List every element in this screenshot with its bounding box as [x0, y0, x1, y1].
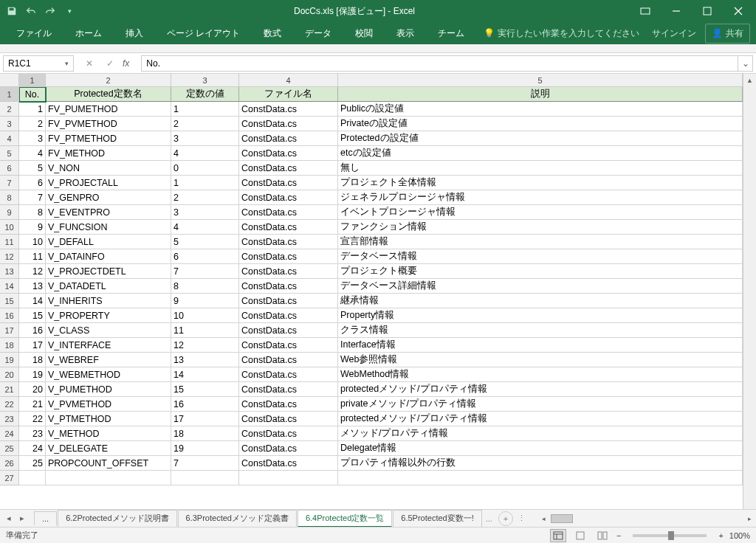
cell[interactable]: 5: [19, 161, 46, 176]
cell[interactable]: Interface情報: [338, 338, 743, 353]
cell[interactable]: Privateの設定値: [338, 117, 743, 131]
cell[interactable]: ConstData.cs: [239, 382, 338, 397]
cell[interactable]: V_PUMETHOD: [46, 382, 171, 397]
cell[interactable]: ConstData.cs: [239, 308, 338, 323]
cell[interactable]: 継承情報: [338, 294, 743, 308]
row-header[interactable]: 8: [0, 190, 19, 205]
row-header[interactable]: 7: [0, 176, 19, 190]
cell[interactable]: ConstData.cs: [239, 220, 338, 235]
cell[interactable]: ConstData.cs: [239, 294, 338, 308]
row-header[interactable]: 2: [0, 102, 19, 117]
hscroll-right-icon[interactable]: ▸: [748, 515, 752, 522]
hscroll-thumb[interactable]: [551, 514, 573, 523]
cell[interactable]: 7: [171, 456, 239, 471]
cell[interactable]: ジェネラルプロシージャ情報: [338, 190, 743, 205]
cell[interactable]: 2: [171, 190, 239, 205]
cell[interactable]: V_WEBMETHOD: [46, 367, 171, 382]
cell[interactable]: ConstData.cs: [239, 161, 338, 176]
cell[interactable]: Protectedの設定値: [338, 131, 743, 146]
cell[interactable]: PROPCOUNT_OFFSET: [46, 456, 171, 471]
tell-me-search[interactable]: 💡 実行したい作業を入力してください: [484, 27, 639, 40]
cell[interactable]: ConstData.cs: [239, 249, 338, 264]
cell[interactable]: ConstData.cs: [239, 117, 338, 131]
cell[interactable]: 12: [19, 264, 46, 279]
vertical-scrollbar[interactable]: [743, 87, 756, 509]
ribbon-tab-insert[interactable]: 挿入: [115, 24, 154, 43]
cell[interactable]: プロジェクト概要: [338, 264, 743, 279]
cell[interactable]: 25: [19, 456, 46, 471]
cell[interactable]: 4: [171, 146, 239, 161]
zoom-in-button[interactable]: +: [718, 531, 723, 540]
cell[interactable]: V_PROJECTALL: [46, 176, 171, 190]
cell[interactable]: FV_METHOD: [46, 146, 171, 161]
row-header[interactable]: 24: [0, 426, 19, 441]
cell[interactable]: 13: [19, 279, 46, 294]
cell[interactable]: Property情報: [338, 308, 743, 323]
cell[interactable]: FV_PVMETHOD: [46, 117, 171, 131]
cell[interactable]: WebMethod情報: [338, 367, 743, 382]
cell[interactable]: データベース情報: [338, 249, 743, 264]
sheet-tab[interactable]: 6.2Protectedメソッド説明書: [58, 510, 176, 528]
table-header-cell[interactable]: Protected定数名: [46, 87, 171, 102]
cell[interactable]: ConstData.cs: [239, 205, 338, 220]
ribbon-tab-home[interactable]: ホーム: [65, 24, 112, 43]
cell[interactable]: etcの設定値: [338, 146, 743, 161]
cell[interactable]: 15: [19, 308, 46, 323]
cell[interactable]: 19: [171, 441, 239, 456]
zoom-level[interactable]: 100%: [729, 531, 750, 540]
cell[interactable]: 15: [171, 382, 239, 397]
cell[interactable]: V_FUNCSION: [46, 220, 171, 235]
row-header[interactable]: 4: [0, 131, 19, 146]
cell[interactable]: Delegate情報: [338, 441, 743, 456]
cell[interactable]: privateメソッド/プロパティ情報: [338, 397, 743, 412]
cell[interactable]: 6: [19, 176, 46, 190]
cell[interactable]: 17: [171, 412, 239, 426]
sheet-tab[interactable]: 6.3Protectedメソッド定義書: [178, 510, 297, 528]
cell[interactable]: 17: [19, 338, 46, 353]
cell[interactable]: ConstData.cs: [239, 279, 338, 294]
cell[interactable]: 14: [171, 367, 239, 382]
cell[interactable]: 4: [19, 146, 46, 161]
cell[interactable]: ConstData.cs: [239, 131, 338, 146]
vertical-scrollbar-up[interactable]: ▲: [743, 74, 756, 87]
cell[interactable]: メソッド/プロパティ情報: [338, 426, 743, 441]
row-header[interactable]: 6: [0, 161, 19, 176]
cell[interactable]: 6: [171, 249, 239, 264]
cell[interactable]: ConstData.cs: [239, 412, 338, 426]
row-header[interactable]: 11: [0, 235, 19, 249]
cell[interactable]: V_DEFALL: [46, 235, 171, 249]
cell[interactable]: ConstData.cs: [239, 397, 338, 412]
ribbon-tab-view[interactable]: 表示: [386, 24, 425, 43]
sheet-nav-prev[interactable]: ◂: [3, 513, 15, 523]
row-header[interactable]: 15: [0, 294, 19, 308]
cell[interactable]: [46, 471, 171, 485]
cell[interactable]: 8: [171, 279, 239, 294]
row-header[interactable]: 9: [0, 205, 19, 220]
cell[interactable]: ConstData.cs: [239, 264, 338, 279]
cell[interactable]: 7: [171, 264, 239, 279]
cell[interactable]: ConstData.cs: [239, 190, 338, 205]
cell[interactable]: V_CLASS: [46, 323, 171, 338]
cell[interactable]: protectedメソッド/プロパティ情報: [338, 412, 743, 426]
row-header[interactable]: 17: [0, 323, 19, 338]
cell[interactable]: Web参照情報: [338, 353, 743, 367]
cell[interactable]: 3: [171, 131, 239, 146]
enter-formula-button[interactable]: ✓: [100, 55, 120, 72]
table-header-cell[interactable]: ファイル名: [239, 87, 338, 102]
cell[interactable]: [171, 471, 239, 485]
sheet-tab[interactable]: 6.5Protected変数一!: [393, 510, 481, 528]
cell[interactable]: [19, 471, 46, 485]
cell[interactable]: ConstData.cs: [239, 426, 338, 441]
zoom-thumb[interactable]: [668, 531, 674, 540]
cell[interactable]: 13: [171, 353, 239, 367]
cell[interactable]: プロジェクト全体情報: [338, 176, 743, 190]
cell[interactable]: [239, 471, 338, 485]
cell[interactable]: ConstData.cs: [239, 456, 338, 471]
cell[interactable]: 14: [19, 294, 46, 308]
cell[interactable]: 5: [171, 235, 239, 249]
cell[interactable]: 20: [19, 382, 46, 397]
cell[interactable]: 9: [19, 220, 46, 235]
cell[interactable]: 宣言部情報: [338, 235, 743, 249]
page-break-view-button[interactable]: [594, 529, 611, 542]
table-header-cell[interactable]: 定数の値: [171, 87, 239, 102]
